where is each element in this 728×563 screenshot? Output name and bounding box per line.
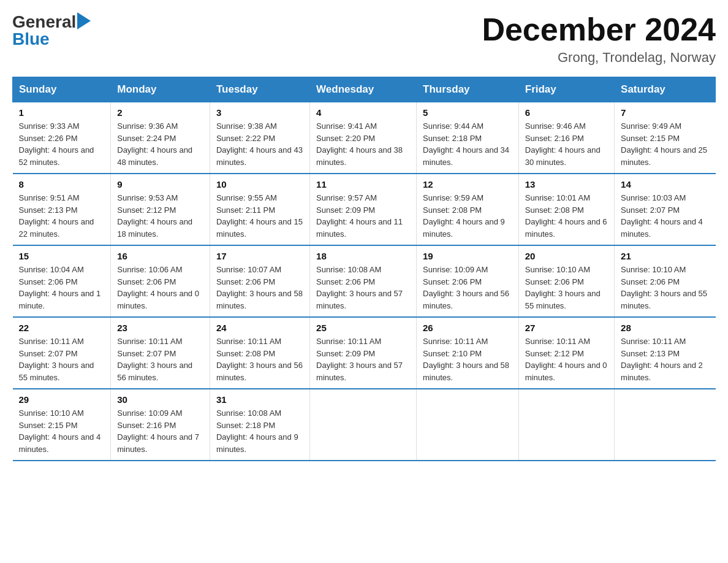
calendar-week-row: 8 Sunrise: 9:51 AMSunset: 2:13 PMDayligh… — [13, 174, 716, 245]
day-number: 30 — [117, 394, 203, 405]
logo-arrow-icon — [77, 12, 91, 29]
calendar-cell: 5 Sunrise: 9:44 AMSunset: 2:18 PMDayligh… — [417, 102, 519, 174]
day-info: Sunrise: 9:41 AMSunset: 2:20 PMDaylight:… — [316, 120, 410, 168]
day-number: 11 — [316, 179, 410, 190]
day-number: 18 — [316, 251, 410, 261]
day-info: Sunrise: 9:55 AMSunset: 2:11 PMDaylight:… — [216, 192, 303, 240]
calendar-cell: 17 Sunrise: 10:07 AMSunset: 2:06 PMDayli… — [210, 245, 309, 317]
day-header-wednesday: Wednesday — [310, 77, 417, 102]
calendar-cell: 1 Sunrise: 9:33 AMSunset: 2:26 PMDayligh… — [13, 102, 111, 174]
calendar-cell: 12 Sunrise: 9:59 AMSunset: 2:08 PMDaylig… — [417, 174, 519, 245]
calendar-cell: 25 Sunrise: 10:11 AMSunset: 2:09 PMDayli… — [310, 317, 417, 389]
calendar-cell: 11 Sunrise: 9:57 AMSunset: 2:09 PMDaylig… — [310, 174, 417, 245]
day-number: 28 — [621, 323, 709, 333]
day-number: 27 — [525, 323, 608, 333]
title-section: December 2024 Grong, Trondelag, Norway — [482, 12, 716, 66]
calendar-cell: 9 Sunrise: 9:53 AMSunset: 2:12 PMDayligh… — [111, 174, 210, 245]
calendar-cell: 19 Sunrise: 10:09 AMSunset: 2:06 PMDayli… — [417, 245, 519, 317]
calendar-cell: 18 Sunrise: 10:08 AMSunset: 2:06 PMDayli… — [310, 245, 417, 317]
day-info: Sunrise: 10:04 AMSunset: 2:06 PMDaylight… — [19, 264, 105, 312]
day-number: 25 — [316, 323, 410, 333]
calendar-week-row: 1 Sunrise: 9:33 AMSunset: 2:26 PMDayligh… — [13, 102, 716, 174]
day-number: 1 — [19, 107, 105, 118]
day-number: 14 — [621, 179, 709, 190]
day-info: Sunrise: 9:44 AMSunset: 2:18 PMDaylight:… — [423, 120, 512, 168]
calendar-cell: 20 Sunrise: 10:10 AMSunset: 2:06 PMDayli… — [518, 245, 614, 317]
day-info: Sunrise: 10:06 AMSunset: 2:06 PMDaylight… — [117, 264, 203, 312]
calendar-cell — [518, 389, 614, 461]
day-number: 4 — [316, 107, 410, 118]
logo-general: General — [12, 13, 76, 31]
day-info: Sunrise: 10:11 AMSunset: 2:12 PMDaylight… — [525, 335, 608, 383]
calendar-week-row: 29 Sunrise: 10:10 AMSunset: 2:15 PMDayli… — [13, 389, 716, 461]
day-header-monday: Monday — [111, 77, 210, 102]
calendar-cell: 7 Sunrise: 9:49 AMSunset: 2:15 PMDayligh… — [615, 102, 716, 174]
day-number: 13 — [525, 179, 608, 190]
day-info: Sunrise: 9:33 AMSunset: 2:26 PMDaylight:… — [19, 120, 105, 168]
day-number: 9 — [117, 179, 203, 190]
location-title: Grong, Trondelag, Norway — [482, 50, 716, 66]
day-info: Sunrise: 9:57 AMSunset: 2:09 PMDaylight:… — [316, 192, 410, 240]
day-number: 5 — [423, 107, 512, 118]
day-number: 29 — [19, 394, 105, 405]
day-info: Sunrise: 10:08 AMSunset: 2:06 PMDaylight… — [316, 264, 410, 312]
day-info: Sunrise: 10:10 AMSunset: 2:06 PMDaylight… — [621, 264, 709, 312]
day-info: Sunrise: 10:08 AMSunset: 2:18 PMDaylight… — [216, 407, 303, 455]
month-title: December 2024 — [482, 12, 716, 47]
day-info: Sunrise: 10:07 AMSunset: 2:06 PMDaylight… — [216, 264, 303, 312]
day-number: 31 — [216, 394, 303, 405]
calendar-cell: 21 Sunrise: 10:10 AMSunset: 2:06 PMDayli… — [615, 245, 716, 317]
day-number: 23 — [117, 323, 203, 333]
calendar-cell — [310, 389, 417, 461]
day-number: 7 — [621, 107, 709, 118]
page-header: General Blue December 2024 Grong, Tronde… — [12, 12, 716, 66]
day-info: Sunrise: 9:49 AMSunset: 2:15 PMDaylight:… — [621, 120, 709, 168]
calendar-cell: 16 Sunrise: 10:06 AMSunset: 2:06 PMDayli… — [111, 245, 210, 317]
day-number: 24 — [216, 323, 303, 333]
day-number: 19 — [423, 251, 512, 261]
logo-blue: Blue — [12, 29, 50, 49]
calendar-cell: 4 Sunrise: 9:41 AMSunset: 2:20 PMDayligh… — [310, 102, 417, 174]
calendar-week-row: 15 Sunrise: 10:04 AMSunset: 2:06 PMDayli… — [13, 245, 716, 317]
calendar-cell: 23 Sunrise: 10:11 AMSunset: 2:07 PMDayli… — [111, 317, 210, 389]
calendar-cell: 2 Sunrise: 9:36 AMSunset: 2:24 PMDayligh… — [111, 102, 210, 174]
day-number: 15 — [19, 251, 105, 261]
calendar-header-row: SundayMondayTuesdayWednesdayThursdayFrid… — [13, 77, 716, 102]
calendar-cell: 30 Sunrise: 10:09 AMSunset: 2:16 PMDayli… — [111, 389, 210, 461]
calendar-cell: 10 Sunrise: 9:55 AMSunset: 2:11 PMDaylig… — [210, 174, 309, 245]
logo: General Blue — [12, 12, 91, 49]
calendar-cell: 22 Sunrise: 10:11 AMSunset: 2:07 PMDayli… — [13, 317, 111, 389]
day-info: Sunrise: 10:10 AMSunset: 2:15 PMDaylight… — [19, 407, 105, 455]
day-number: 6 — [525, 107, 608, 118]
calendar-table: SundayMondayTuesdayWednesdayThursdayFrid… — [12, 77, 716, 461]
day-number: 26 — [423, 323, 512, 333]
calendar-cell: 3 Sunrise: 9:38 AMSunset: 2:22 PMDayligh… — [210, 102, 309, 174]
calendar-cell: 29 Sunrise: 10:10 AMSunset: 2:15 PMDayli… — [13, 389, 111, 461]
calendar-cell: 24 Sunrise: 10:11 AMSunset: 2:08 PMDayli… — [210, 317, 309, 389]
day-info: Sunrise: 9:38 AMSunset: 2:22 PMDaylight:… — [216, 120, 303, 168]
day-number: 16 — [117, 251, 203, 261]
calendar-cell: 8 Sunrise: 9:51 AMSunset: 2:13 PMDayligh… — [13, 174, 111, 245]
day-number: 3 — [216, 107, 303, 118]
day-header-saturday: Saturday — [615, 77, 716, 102]
day-number: 12 — [423, 179, 512, 190]
calendar-cell: 26 Sunrise: 10:11 AMSunset: 2:10 PMDayli… — [417, 317, 519, 389]
day-number: 20 — [525, 251, 608, 261]
day-info: Sunrise: 9:36 AMSunset: 2:24 PMDaylight:… — [117, 120, 203, 168]
day-header-thursday: Thursday — [417, 77, 519, 102]
day-info: Sunrise: 9:46 AMSunset: 2:16 PMDaylight:… — [525, 120, 608, 168]
day-number: 22 — [19, 323, 105, 333]
day-header-friday: Friday — [518, 77, 614, 102]
day-info: Sunrise: 10:11 AMSunset: 2:07 PMDaylight… — [19, 335, 105, 383]
calendar-cell: 31 Sunrise: 10:08 AMSunset: 2:18 PMDayli… — [210, 389, 309, 461]
calendar-cell: 14 Sunrise: 10:03 AMSunset: 2:07 PMDayli… — [615, 174, 716, 245]
day-number: 8 — [19, 179, 105, 190]
day-info: Sunrise: 10:11 AMSunset: 2:10 PMDaylight… — [423, 335, 512, 383]
day-info: Sunrise: 10:11 AMSunset: 2:13 PMDaylight… — [621, 335, 709, 383]
day-info: Sunrise: 10:09 AMSunset: 2:16 PMDaylight… — [117, 407, 203, 455]
day-info: Sunrise: 9:51 AMSunset: 2:13 PMDaylight:… — [19, 192, 105, 240]
calendar-cell: 6 Sunrise: 9:46 AMSunset: 2:16 PMDayligh… — [518, 102, 614, 174]
calendar-cell: 28 Sunrise: 10:11 AMSunset: 2:13 PMDayli… — [615, 317, 716, 389]
day-info: Sunrise: 10:11 AMSunset: 2:07 PMDaylight… — [117, 335, 203, 383]
calendar-cell — [417, 389, 519, 461]
